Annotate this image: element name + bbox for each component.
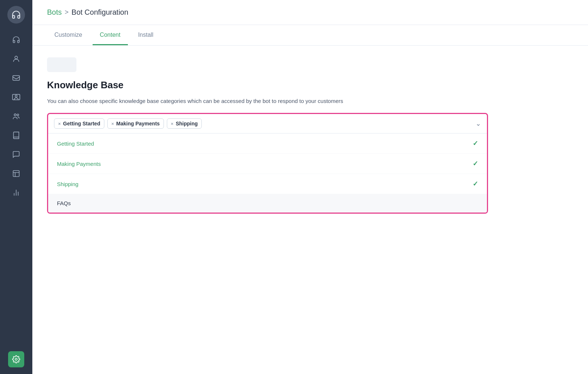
knowledge-base-dropdown[interactable]: × Getting Started × Making Payments × Sh… [47, 113, 488, 214]
tag-label-getting-started: Getting Started [63, 121, 100, 127]
tab-content[interactable]: Content [93, 25, 128, 45]
dropdown-item-label-shipping: Shipping [57, 181, 78, 187]
inbox-icon[interactable] [8, 70, 24, 86]
svg-rect-6 [13, 171, 19, 177]
dropdown-item-label-getting-started: Getting Started [57, 140, 94, 147]
svg-point-0 [15, 56, 17, 59]
page-body: Knowledge Base You can also choose speci… [32, 46, 588, 225]
tab-bar: Customize Content Install [32, 25, 588, 46]
svg-point-4 [14, 114, 17, 116]
tag-making-payments[interactable]: × Making Payments [107, 118, 164, 129]
dropdown-item-shipping[interactable]: Shipping ✓ [48, 174, 487, 194]
headset-icon[interactable] [8, 32, 24, 48]
dropdown-item-label-making-payments: Making Payments [57, 161, 101, 167]
dropdown-item-making-payments[interactable]: Making Payments ✓ [48, 154, 487, 174]
logo [7, 6, 25, 24]
check-icon-making-payments: ✓ [473, 160, 478, 168]
breadcrumb-separator: > [65, 8, 69, 16]
check-icon-shipping: ✓ [473, 180, 478, 188]
person-icon[interactable] [8, 51, 24, 67]
settings-icon[interactable] [8, 351, 24, 367]
section-title: Knowledge Base [47, 79, 573, 91]
dropdown-item-getting-started[interactable]: Getting Started ✓ [48, 133, 487, 154]
breadcrumb-parent[interactable]: Bots [47, 8, 62, 17]
tab-install[interactable]: Install [131, 25, 161, 45]
tag-getting-started[interactable]: × Getting Started [54, 118, 104, 129]
contacts-icon[interactable] [8, 89, 24, 105]
team-icon[interactable] [8, 108, 24, 124]
dropdown-item-label-faqs: FAQs [57, 200, 71, 206]
breadcrumb-current: Bot Configuration [72, 8, 129, 17]
book-icon[interactable] [8, 127, 24, 143]
svg-point-12 [15, 358, 17, 360]
tags-bar: × Getting Started × Making Payments × Sh… [48, 114, 487, 133]
header: Bots > Bot Configuration [32, 0, 588, 25]
ghost-image-placeholder [47, 57, 76, 72]
tag-remove-making-payments[interactable]: × [111, 121, 114, 127]
sidebar [0, 0, 32, 374]
svg-point-2 [15, 95, 17, 97]
tag-label-shipping: Shipping [176, 121, 198, 127]
tag-label-making-payments: Making Payments [116, 121, 159, 127]
section-description: You can also choose specific knowledge b… [47, 97, 451, 106]
svg-rect-1 [13, 76, 19, 81]
tag-shipping[interactable]: × Shipping [167, 118, 202, 129]
content-area: Customize Content Install Knowledge Base… [32, 25, 588, 374]
chat-icon[interactable] [8, 146, 24, 163]
tag-remove-getting-started[interactable]: × [58, 121, 61, 127]
layout-icon[interactable] [8, 165, 24, 182]
dropdown-item-faqs[interactable]: FAQs [48, 194, 487, 213]
tag-remove-shipping[interactable]: × [171, 121, 174, 127]
svg-point-5 [17, 114, 19, 116]
dropdown-list: Getting Started ✓ Making Payments ✓ Ship… [48, 133, 487, 213]
check-icon-getting-started: ✓ [473, 139, 478, 147]
reports-icon[interactable] [8, 185, 24, 201]
chevron-up-icon[interactable]: ⌄ [476, 120, 481, 128]
main-content: Bots > Bot Configuration Customize Conte… [32, 0, 588, 374]
tab-customize[interactable]: Customize [47, 25, 90, 45]
